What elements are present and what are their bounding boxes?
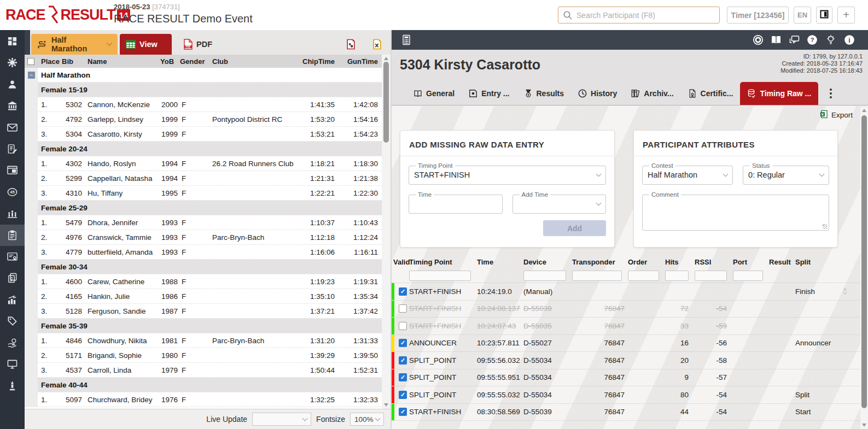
sidebar-item-dashboard[interactable]: [0, 31, 25, 52]
add-time-select[interactable]: Add Time: [512, 191, 607, 214]
sidebar-item-seeding[interactable]: [0, 203, 25, 224]
result-row[interactable]: 3.5128Ferguson, Sandie1987F1:37:211:37:4…: [25, 304, 382, 319]
result-row[interactable]: 2.5299Cappellari, Natasha1994F1:21:311:2…: [25, 171, 382, 186]
sidebar-item-mail[interactable]: [0, 117, 25, 138]
tab-pdf[interactable]: PDF PDF: [178, 34, 218, 55]
contrast-toggle-button[interactable]: [816, 7, 832, 23]
sidebar-item-task-list[interactable]: [0, 225, 25, 246]
language-button[interactable]: EN: [794, 7, 811, 23]
time-input[interactable]: Time: [409, 191, 503, 214]
add-raw-entry-button[interactable]: Add: [543, 220, 606, 236]
scroll-up-icon[interactable]: [862, 109, 866, 112]
timing-point-select[interactable]: Timing Point START+FINISH: [409, 162, 606, 185]
handbook-icon[interactable]: [771, 34, 782, 45]
sidebar-item-presentation[interactable]: [0, 354, 25, 375]
sidebar-item-expo[interactable]: [0, 375, 25, 396]
participant-scrollbar[interactable]: [860, 107, 868, 429]
filter-port[interactable]: [733, 271, 763, 281]
select-all-checkbox[interactable]: [27, 58, 34, 65]
sidebar-item-organization[interactable]: [0, 95, 25, 116]
result-row[interactable]: 3.4779butterfiield, Amanda1993F1:16:061:…: [25, 245, 382, 260]
result-row[interactable]: 1.5097Churchward, Bridey1976F1:32:251:32…: [25, 392, 382, 407]
result-row[interactable]: 1.4846Chowdhury, Nikita1981FParc-Bryn-Ba…: [25, 333, 382, 348]
result-row[interactable]: 1.5479Dhora, Jennifer1993F1:10:371:10:43: [25, 215, 382, 230]
raw-data-row[interactable]: ✓START+FINISH08:30:58.569D-550397684744-…: [392, 404, 860, 421]
status-select[interactable]: Status 0: Regular: [743, 162, 829, 185]
sidebar-item-participants[interactable]: [0, 74, 25, 95]
raw-data-row[interactable]: ✓SPLIT_POINT09:55:55.032D-550347684780-5…: [392, 386, 860, 404]
result-row[interactable]: 3.4310Hu, Tiffany1995F1:22:211:22:30: [25, 186, 382, 201]
raw-data-row[interactable]: START+FINISH10:24:08.137D-550397684772-5…: [392, 301, 860, 318]
tab-certific[interactable]: Certific...: [681, 82, 741, 105]
new-window-button[interactable]: +: [837, 7, 855, 23]
filter-timing-point[interactable]: [409, 271, 471, 281]
tab-general[interactable]: General: [406, 82, 462, 105]
raw-data-row[interactable]: ✓ANNOUNCER10:23:57.811D-550277684716-56A…: [392, 335, 860, 352]
raw-data-row[interactable]: ✓SPLIT_POINT09:55:55.951D-55034768479-57: [392, 369, 860, 387]
result-row[interactable]: 3.4537Carroll, Linda1979F1:50:441:52:31: [25, 363, 382, 378]
excel-export-icon[interactable]: [372, 39, 382, 50]
scroll-thumb[interactable]: [861, 115, 867, 408]
tab-entry[interactable]: Entry ...: [462, 82, 516, 105]
filter-device[interactable]: [523, 271, 566, 281]
sidebar-item-timing-45[interactable]: 45: [0, 181, 25, 203]
raw-data-row[interactable]: START+FINISH10:24:07.43D-550357684733-59: [392, 318, 860, 335]
info-icon[interactable]: i: [844, 34, 855, 45]
valid-checkbox[interactable]: ✓: [399, 356, 407, 365]
contest-selector-tab[interactable]: Half Marathon: [31, 34, 118, 55]
tab-archiv[interactable]: Archiv...: [624, 82, 680, 105]
result-row[interactable]: 3.5304Casarotto, Kirsty1999F1:53:211:54:…: [25, 127, 382, 142]
tab-history[interactable]: History: [571, 82, 624, 105]
filter-rssi[interactable]: [695, 271, 727, 281]
calculator-icon[interactable]: [401, 34, 412, 45]
valid-checkbox[interactable]: ✓: [399, 408, 407, 416]
result-row[interactable]: 2.4792Garlepp, Lindsey1999FPontypool Dis…: [25, 112, 382, 127]
scroll-down-icon[interactable]: [862, 424, 866, 427]
report-settings-icon[interactable]: [346, 39, 356, 50]
valid-checkbox[interactable]: ✓: [399, 373, 407, 381]
valid-checkbox[interactable]: ✓: [399, 339, 407, 347]
sidebar-item-statistics[interactable]: [0, 289, 25, 310]
search-input[interactable]: [558, 7, 719, 23]
resize-handle-icon[interactable]: [823, 224, 828, 229]
raw-data-row[interactable]: ✓SPLIT_POINT09:55:56.032D-550347684720-5…: [392, 352, 860, 369]
fontsize-select[interactable]: 100%: [350, 413, 384, 426]
scroll-up-icon[interactable]: [384, 57, 388, 60]
valid-checkbox[interactable]: ✓: [399, 287, 407, 296]
filter-order[interactable]: [628, 271, 659, 281]
result-row[interactable]: 1.4600Carew, Catherine1988F1:19:231:19:3…: [25, 274, 382, 289]
timer-button[interactable]: Timer [123456]: [727, 7, 789, 23]
sidebar-item-kiosk-window[interactable]: [0, 160, 25, 181]
live-update-select[interactable]: [252, 413, 311, 426]
result-row[interactable]: 1.4302Hando, Roslyn1994F26.2 Road Runner…: [25, 156, 382, 171]
filter-hits[interactable]: [665, 271, 689, 281]
comment-textarea[interactable]: [648, 198, 824, 224]
result-row[interactable]: 2.4976Cranswick, Tammie1993FParc-Bryn-Ba…: [25, 230, 382, 245]
sidebar-item-payments[interactable]: [0, 332, 25, 354]
sidebar-item-labels[interactable]: [0, 310, 25, 332]
support-record-icon[interactable]: [753, 34, 764, 45]
filter-transponder[interactable]: [572, 271, 622, 281]
sidebar-item-certificates[interactable]: [0, 246, 25, 267]
more-tabs-menu[interactable]: [824, 82, 838, 105]
result-row[interactable]: 1.5302Cannon, McKenzie2000F1:41:351:42:0…: [25, 97, 382, 112]
contest-select[interactable]: Contest Half Marathon: [642, 162, 733, 185]
race-result-logo[interactable]: RACE RESULT 14: [5, 5, 130, 24]
valid-checkbox[interactable]: [399, 322, 407, 330]
sidebar-item-registration[interactable]: [0, 138, 25, 160]
tab-timing-raw[interactable]: Timing Raw ...: [740, 82, 818, 105]
scroll-down-icon[interactable]: [384, 403, 388, 407]
export-button[interactable]: Export: [820, 110, 853, 120]
help-icon[interactable]: ?: [807, 34, 818, 45]
sidebar-item-settings[interactable]: [0, 52, 25, 73]
result-row[interactable]: 2.4165Hankin, Julie1986F1:35:101:35:34: [25, 289, 382, 304]
remove-raw-entry-button[interactable]: ×: [843, 288, 847, 295]
scroll-thumb[interactable]: [383, 62, 389, 143]
valid-checkbox[interactable]: ✓: [399, 391, 407, 399]
comment-field[interactable]: Comment: [642, 191, 829, 231]
tips-lightbulb-icon[interactable]: [825, 34, 836, 45]
tab-results[interactable]: Results: [517, 82, 572, 105]
raw-data-row[interactable]: ✓START+FINISH10:24:19.0(Manual)Finish×: [392, 283, 860, 301]
sidebar-item-documents[interactable]: [0, 267, 25, 289]
forum-chat-icon[interactable]: [789, 34, 800, 45]
